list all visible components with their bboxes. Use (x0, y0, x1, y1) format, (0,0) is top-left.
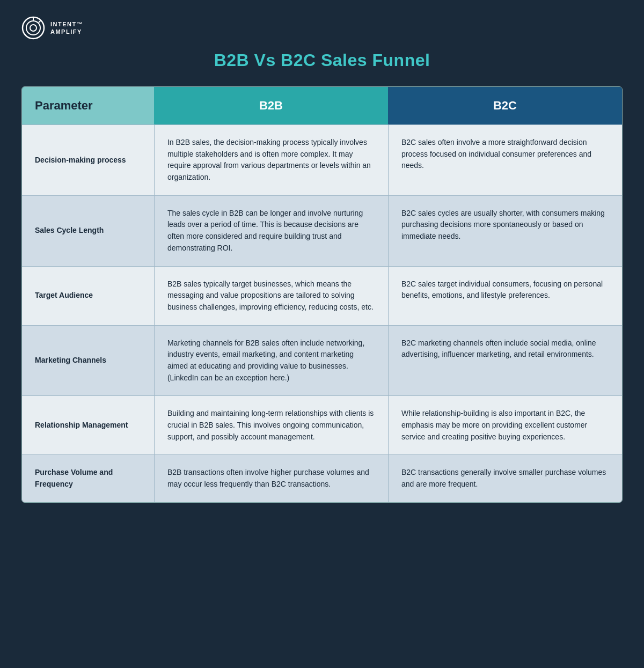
b2c-cell: B2C marketing channels often include soc… (388, 325, 622, 396)
header-b2b: B2B (154, 87, 388, 124)
b2b-cell: In B2B sales, the decision-making proces… (154, 124, 388, 195)
table-row: Decision-making processIn B2B sales, the… (22, 124, 622, 195)
brand-line1: INTENT™ (50, 20, 83, 28)
param-cell: Sales Cycle Length (22, 195, 154, 266)
svg-point-2 (30, 25, 36, 31)
header-parameter: Parameter (22, 87, 154, 124)
b2c-cell: B2C transactions generally involve small… (388, 454, 622, 502)
table-header-row: Parameter B2B B2C (22, 87, 622, 124)
b2b-cell: Building and maintaining long-term relat… (154, 395, 388, 454)
table-row: Purchase Volume and FrequencyB2B transac… (22, 454, 622, 502)
svg-line-4 (39, 20, 41, 23)
logo-text: INTENT™ AMPLIFY (50, 20, 83, 36)
param-cell: Purchase Volume and Frequency (22, 454, 154, 502)
svg-point-1 (26, 21, 40, 35)
page-wrapper: INTENT™ AMPLIFY B2B Vs B2C Sales Funnel … (21, 16, 623, 503)
header-b2c: B2C (388, 87, 622, 124)
table-row: Target AudienceB2B sales typically targe… (22, 266, 622, 325)
b2c-cell: B2C sales often involve a more straightf… (388, 124, 622, 195)
param-cell: Marketing Channels (22, 325, 154, 396)
param-cell: Target Audience (22, 266, 154, 325)
b2b-cell: B2B sales typically target businesses, w… (154, 266, 388, 325)
b2b-cell: B2B transactions often involve higher pu… (154, 454, 388, 502)
logo-area: INTENT™ AMPLIFY (21, 16, 83, 40)
logo-icon (21, 16, 45, 40)
param-cell: Relationship Management (22, 395, 154, 454)
page-title: B2B Vs B2C Sales Funnel (214, 50, 430, 70)
table-body: Decision-making processIn B2B sales, the… (22, 124, 622, 502)
b2c-cell: While relationship-building is also impo… (388, 395, 622, 454)
b2b-cell: The sales cycle in B2B can be longer and… (154, 195, 388, 266)
comparison-table: Parameter B2B B2C Decision-making proces… (21, 86, 623, 503)
b2c-cell: B2C sales target individual consumers, f… (388, 266, 622, 325)
table-row: Relationship ManagementBuilding and main… (22, 395, 622, 454)
b2c-cell: B2C sales cycles are usually shorter, wi… (388, 195, 622, 266)
table-row: Sales Cycle LengthThe sales cycle in B2B… (22, 195, 622, 266)
b2b-cell: Marketing channels for B2B sales often i… (154, 325, 388, 396)
table-row: Marketing ChannelsMarketing channels for… (22, 325, 622, 396)
brand-line2: AMPLIFY (50, 28, 83, 35)
param-cell: Decision-making process (22, 124, 154, 195)
